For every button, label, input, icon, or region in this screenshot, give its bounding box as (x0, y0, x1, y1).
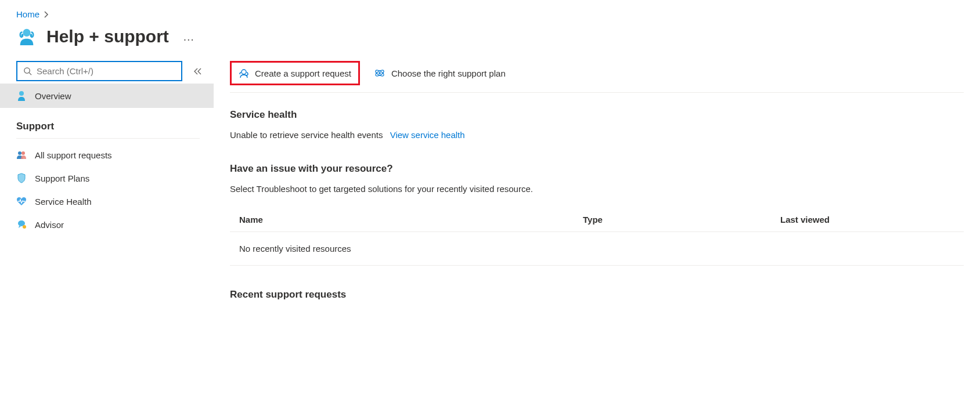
sidebar-item-label: All support requests (35, 150, 112, 160)
section-heading: Service health (230, 109, 964, 121)
toolbar-button-label: Choose the right support plan (391, 68, 506, 78)
column-header-last-viewed[interactable]: Last viewed (780, 215, 954, 225)
search-box[interactable] (16, 61, 182, 81)
sidebar: Overview Support All support requests (0, 61, 214, 324)
service-health-section: Service health Unable to retrieve servic… (230, 109, 964, 140)
svg-point-7 (21, 151, 25, 155)
svg-point-10 (242, 70, 246, 74)
svg-point-5 (19, 91, 24, 96)
table-header-row: Name Type Last viewed (230, 208, 964, 232)
recent-requests-section: Recent support requests (230, 289, 964, 301)
heartbeat-icon (16, 196, 27, 207)
sidebar-item-label: Support Plans (35, 173, 89, 183)
atom-icon (374, 67, 385, 79)
svg-point-3 (24, 68, 30, 73)
sidebar-item-service-health[interactable]: Service Health (0, 190, 214, 213)
section-subtext: Select Troubleshoot to get targeted solu… (230, 184, 964, 194)
collapse-sidebar-button[interactable] (192, 66, 204, 77)
sidebar-item-overview[interactable]: Overview (0, 84, 214, 108)
svg-line-4 (29, 73, 31, 75)
sidebar-item-advisor[interactable]: Advisor (0, 213, 214, 236)
svg-point-13 (379, 72, 381, 74)
sidebar-item-label: Service Health (35, 197, 92, 207)
svg-point-0 (23, 29, 30, 37)
svg-rect-2 (30, 34, 33, 37)
sidebar-item-support-plans[interactable]: Support Plans (0, 167, 214, 190)
svg-point-6 (18, 151, 21, 155)
column-header-type[interactable]: Type (583, 215, 780, 225)
advisor-icon (16, 219, 27, 230)
sidebar-item-label: Advisor (35, 220, 64, 230)
section-heading: Recent support requests (230, 289, 964, 301)
svg-rect-1 (21, 34, 24, 37)
table-empty-state: No recently visited resources (230, 232, 964, 266)
breadcrumb-home-link[interactable]: Home (16, 9, 39, 19)
person-headset-icon (239, 68, 249, 78)
sidebar-section-header: Support (16, 108, 200, 139)
service-health-status-text: Unable to retrieve service health events (230, 130, 383, 140)
breadcrumb: Home (0, 0, 980, 26)
overview-icon (16, 91, 27, 101)
view-service-health-link[interactable]: View service health (390, 130, 465, 140)
sidebar-item-label: Overview (35, 91, 71, 101)
main-content: Create a support request Choose the righ… (214, 61, 980, 324)
chevron-right-icon (44, 11, 49, 18)
page-title: Help + support (46, 27, 169, 46)
more-actions-button[interactable]: … (178, 30, 196, 44)
search-input[interactable] (37, 66, 175, 76)
recent-resources-table: Name Type Last viewed No recently visite… (230, 208, 964, 266)
toolbar-button-label: Create a support request (255, 68, 351, 78)
search-icon (23, 67, 32, 75)
shield-icon (16, 173, 27, 183)
toolbar: Create a support request Choose the righ… (230, 61, 964, 93)
page-header: Help + support … (0, 26, 980, 61)
resource-issue-section: Have an issue with your resource? Select… (230, 163, 964, 266)
sidebar-item-all-requests[interactable]: All support requests (0, 143, 214, 167)
column-header-name[interactable]: Name (239, 215, 583, 225)
create-support-request-button[interactable]: Create a support request (230, 61, 360, 85)
help-support-icon (16, 26, 37, 47)
section-heading: Have an issue with your resource? (230, 163, 964, 175)
svg-point-9 (23, 225, 26, 229)
people-icon (16, 150, 27, 160)
choose-support-plan-button[interactable]: Choose the right support plan (367, 61, 513, 85)
